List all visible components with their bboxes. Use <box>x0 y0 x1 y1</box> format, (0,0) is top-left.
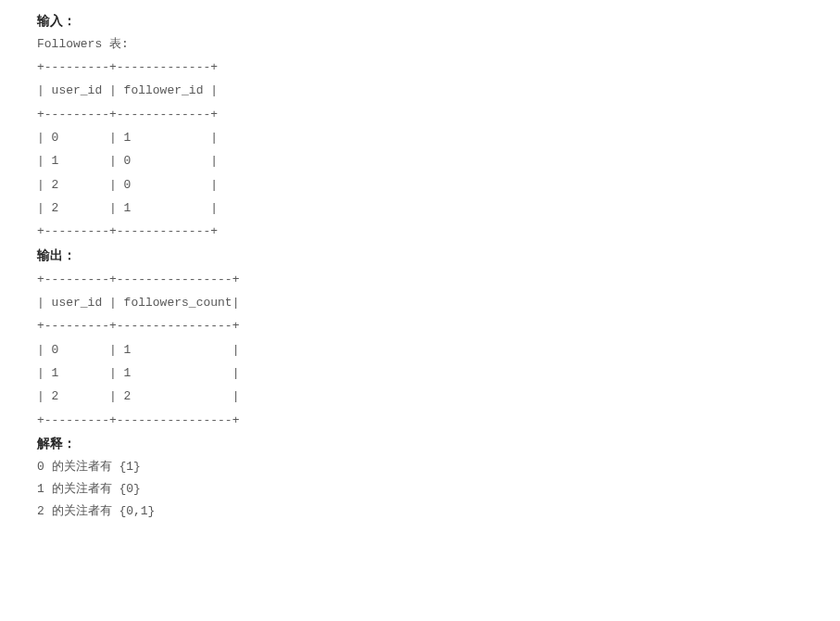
explanation-line: 1 的关注者有 {0} <box>37 478 803 501</box>
explanation-line: 2 的关注者有 {0,1} <box>37 501 803 523</box>
input-table-label: Followers 表: <box>37 33 803 56</box>
example-block: 输入： Followers 表: +---------+------------… <box>37 9 803 523</box>
input-heading: 输入： <box>37 9 803 33</box>
input-ascii-table: +---------+-------------+ | user_id | fo… <box>37 56 803 244</box>
explanation-heading: 解释： <box>37 432 803 456</box>
explanation-line: 0 的关注者有 {1} <box>37 456 803 478</box>
output-heading: 输出： <box>37 244 803 268</box>
output-ascii-table: +---------+----------------+ | user_id |… <box>37 268 803 432</box>
